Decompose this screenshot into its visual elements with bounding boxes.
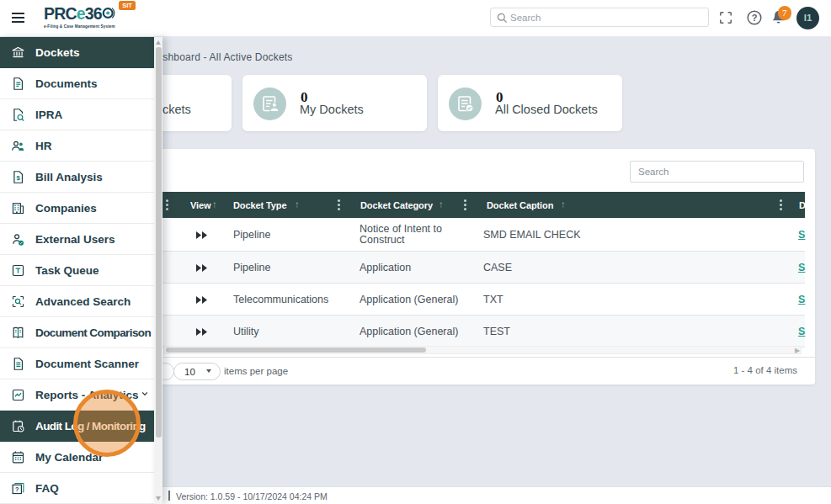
- svg-text:?: ?: [752, 13, 758, 23]
- svg-text:$: $: [16, 174, 20, 182]
- svg-text:?: ?: [15, 485, 19, 493]
